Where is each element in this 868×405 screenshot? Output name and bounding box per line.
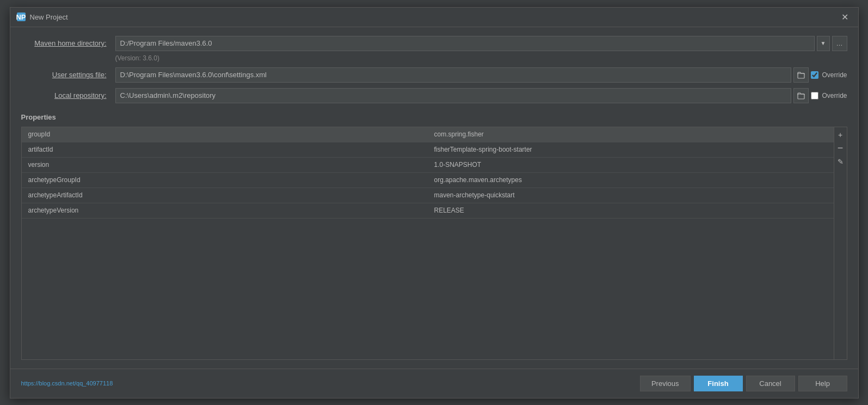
maven-home-label-text: Maven home directory:	[34, 39, 106, 47]
table-row: groupId com.spring.fisher	[22, 127, 834, 142]
local-repo-label-text: Local repository:	[54, 91, 106, 99]
local-repo-row: Local repository: Override	[21, 88, 847, 103]
user-settings-folder-btn[interactable]	[793, 67, 809, 83]
user-settings-override-checkbox[interactable]	[811, 71, 818, 79]
edit-property-button[interactable]: ✎	[835, 157, 846, 167]
cancel-button[interactable]: Cancel	[746, 376, 795, 391]
property-key-0: groupId	[22, 130, 428, 138]
property-key-2: version	[22, 161, 428, 169]
dialog-footer: https://blog.csdn.net/qq_40977118 Previo…	[10, 369, 858, 398]
property-value-3: org.apache.maven.archetypes	[428, 176, 834, 184]
table-row: artifactId fisherTemplate-spring-boot-st…	[22, 142, 834, 158]
footer-url: https://blog.csdn.net/qq_40977118	[21, 380, 113, 387]
property-value-4: maven-archetype-quickstart	[428, 191, 834, 199]
previous-button[interactable]: Previous	[640, 376, 691, 391]
local-repo-folder-btn[interactable]	[793, 88, 809, 103]
maven-home-dropdown-btn[interactable]: ▼	[817, 36, 830, 51]
local-repo-override-row: Override	[811, 92, 847, 99]
svg-rect-1	[798, 94, 804, 99]
user-settings-input[interactable]	[115, 67, 792, 83]
property-value-0: com.spring.fisher	[428, 130, 834, 138]
user-settings-row: User settings file: Override	[21, 67, 847, 83]
dialog-icon: NP	[17, 13, 26, 21]
properties-table: groupId com.spring.fisher artifactId fis…	[22, 127, 834, 359]
title-bar: NP New Project ✕	[10, 8, 858, 27]
property-key-3: archetypeGroupId	[22, 176, 428, 184]
help-button[interactable]: Help	[798, 376, 847, 391]
maven-home-label: Maven home directory:	[21, 39, 111, 47]
properties-actions: + − ✎	[834, 127, 847, 359]
table-row: archetypeArtifactId maven-archetype-quic…	[22, 188, 834, 203]
property-value-5: RELEASE	[428, 207, 834, 214]
property-value-2: 1.0-SNAPSHOT	[428, 161, 834, 169]
properties-section: groupId com.spring.fisher artifactId fis…	[21, 127, 847, 360]
add-property-button[interactable]: +	[835, 129, 846, 140]
footer-buttons: Previous Finish Cancel Help	[640, 376, 847, 391]
property-key-1: artifactId	[22, 146, 428, 153]
local-repo-label: Local repository:	[21, 91, 111, 99]
user-settings-override-label: Override	[822, 71, 847, 79]
local-repo-override-checkbox[interactable]	[811, 92, 818, 99]
property-key-5: archetypeVersion	[22, 207, 428, 214]
local-repo-input[interactable]	[115, 88, 792, 103]
new-project-dialog: NP New Project ✕ Maven home directory: ▼…	[10, 7, 859, 398]
property-key-4: archetypeArtifactId	[22, 191, 428, 199]
svg-rect-0	[798, 73, 804, 78]
finish-button[interactable]: Finish	[694, 376, 743, 391]
user-settings-label-text: User settings file:	[52, 71, 107, 79]
maven-version-text: (Version: 3.6.0)	[115, 54, 847, 62]
maven-home-row: Maven home directory: ▼ …	[21, 36, 847, 51]
properties-section-label: Properties	[21, 113, 847, 121]
close-button[interactable]: ✕	[839, 10, 852, 23]
table-row: archetypeGroupId org.apache.maven.archet…	[22, 173, 834, 188]
table-row: archetypeVersion RELEASE	[22, 203, 834, 219]
dialog-content: Maven home directory: ▼ … (Version: 3.6.…	[10, 27, 858, 369]
property-value-1: fisherTemplate-spring-boot-starter	[428, 146, 834, 153]
dialog-title: New Project	[30, 13, 68, 21]
user-settings-input-wrapper: Override	[115, 67, 847, 83]
remove-property-button[interactable]: −	[835, 142, 846, 153]
local-repo-input-wrapper: Override	[115, 88, 847, 103]
maven-home-input-wrapper: ▼ …	[115, 36, 847, 51]
user-settings-label: User settings file:	[21, 71, 111, 79]
table-row: version 1.0-SNAPSHOT	[22, 158, 834, 173]
local-repo-override-label: Override	[822, 92, 847, 99]
user-settings-override-row: Override	[811, 71, 847, 79]
maven-home-input[interactable]	[115, 36, 815, 51]
title-bar-left: NP New Project	[17, 13, 68, 21]
maven-home-dots-btn[interactable]: …	[832, 36, 847, 51]
